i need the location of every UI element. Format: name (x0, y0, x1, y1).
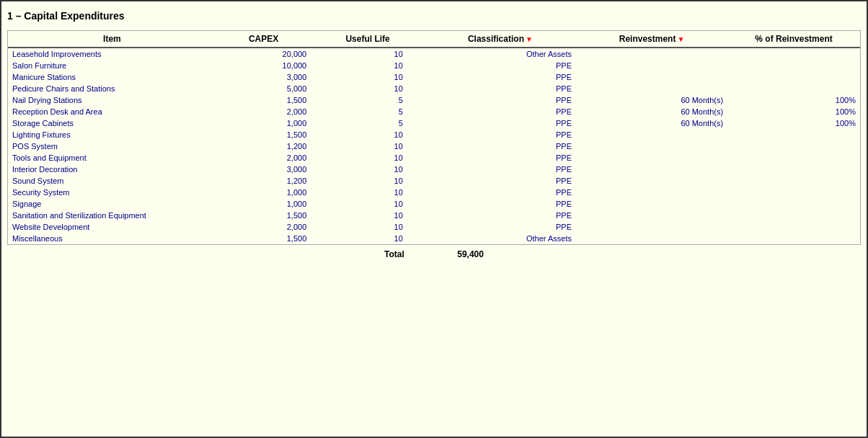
cell-reinvest (576, 140, 727, 152)
cell-class: PPE (425, 210, 576, 221)
cell-item: Signage (8, 198, 216, 210)
cell-item: Pedicure Chairs and Stations (8, 83, 216, 94)
cell-pct: 100% (727, 117, 860, 129)
cell-item: Miscellaneous (8, 233, 216, 244)
cell-class: PPE (425, 71, 576, 83)
table-row: Lighting Fixtures1,50010PPE (8, 129, 860, 140)
table-row: Signage1,00010PPE (8, 198, 860, 210)
cell-useful: 10 (311, 129, 425, 140)
table-row: Nail Drying Stations1,5005PPE60 Month(s)… (8, 94, 860, 106)
cell-class: PPE (425, 175, 576, 187)
cell-item: Website Development (8, 221, 216, 233)
cell-reinvest (576, 152, 727, 164)
table-row: Sanitation and Sterilization Equipment1,… (8, 210, 860, 221)
cell-useful: 10 (311, 233, 425, 244)
cell-pct (727, 129, 860, 140)
cell-reinvest (576, 233, 727, 244)
cell-pct: 100% (727, 94, 860, 106)
cell-capex: 1,000 (216, 187, 311, 198)
cell-item: Tools and Equipment (8, 152, 216, 164)
cell-useful: 5 (311, 94, 425, 106)
cell-useful: 10 (311, 48, 425, 60)
cell-useful: 10 (311, 164, 425, 175)
cell-reinvest (576, 198, 727, 210)
cell-capex: 1,500 (216, 129, 311, 140)
cell-pct (727, 187, 860, 198)
capex-table: Item CAPEX Useful Life Classification▼ R… (8, 31, 860, 244)
cell-class: PPE (425, 83, 576, 94)
cell-pct (727, 152, 860, 164)
cell-reinvest (576, 83, 727, 94)
cell-class: PPE (425, 140, 576, 152)
cell-pct (727, 233, 860, 244)
cell-capex: 1,500 (216, 210, 311, 221)
cell-item: Lighting Fixtures (8, 129, 216, 140)
cell-pct: 100% (727, 106, 860, 117)
cell-class: Other Assets (425, 48, 576, 60)
table-row: Security System1,00010PPE (8, 187, 860, 198)
cell-capex: 1,200 (216, 175, 311, 187)
table-row: Leasehold Improvements20,00010Other Asse… (8, 48, 860, 60)
footer-value: 59,400 (457, 249, 484, 259)
cell-class: PPE (425, 187, 576, 198)
cell-reinvest: 60 Month(s) (576, 94, 727, 106)
cell-item: Salon Furniture (8, 60, 216, 71)
cell-pct (727, 140, 860, 152)
cell-useful: 10 (311, 198, 425, 210)
classification-sort-icon[interactable]: ▼ (526, 35, 533, 43)
header-pct-reinvestment: % of Reinvestment (727, 31, 860, 48)
cell-useful: 10 (311, 175, 425, 187)
cell-item: Sound System (8, 175, 216, 187)
footer-total: Total 59,400 (7, 245, 861, 264)
cell-reinvest: 60 Month(s) (576, 117, 727, 129)
cell-class: PPE (425, 164, 576, 175)
cell-class: PPE (425, 106, 576, 117)
cell-capex: 2,000 (216, 106, 311, 117)
table-body: Leasehold Improvements20,00010Other Asse… (8, 48, 860, 244)
table-header-row: Item CAPEX Useful Life Classification▼ R… (8, 31, 860, 48)
cell-useful: 5 (311, 117, 425, 129)
cell-class: PPE (425, 221, 576, 233)
cell-reinvest (576, 187, 727, 198)
cell-useful: 10 (311, 210, 425, 221)
cell-capex: 1,500 (216, 94, 311, 106)
table-row: Reception Desk and Area2,0005PPE60 Month… (8, 106, 860, 117)
cell-capex: 3,000 (216, 71, 311, 83)
table-row: Website Development2,00010PPE (8, 221, 860, 233)
cell-class: PPE (425, 198, 576, 210)
cell-item: Interior Decoration (8, 164, 216, 175)
cell-class: PPE (425, 129, 576, 140)
cell-item: Sanitation and Sterilization Equipment (8, 210, 216, 221)
cell-pct (727, 210, 860, 221)
cell-item: Security System (8, 187, 216, 198)
table-row: Interior Decoration3,00010PPE (8, 164, 860, 175)
cell-reinvest (576, 210, 727, 221)
table-row: Pedicure Chairs and Stations5,00010PPE (8, 83, 860, 94)
cell-reinvest (576, 164, 727, 175)
cell-class: PPE (425, 60, 576, 71)
table-row: Tools and Equipment2,00010PPE (8, 152, 860, 164)
cell-item: Nail Drying Stations (8, 94, 216, 106)
cell-capex: 10,000 (216, 60, 311, 71)
cell-item: POS System (8, 140, 216, 152)
cell-class: PPE (425, 117, 576, 129)
reinvestment-sort-icon[interactable]: ▼ (677, 35, 684, 43)
header-useful-life: Useful Life (311, 31, 425, 48)
cell-reinvest (576, 175, 727, 187)
cell-useful: 10 (311, 83, 425, 94)
cell-pct (727, 60, 860, 71)
cell-class: PPE (425, 94, 576, 106)
table-row: Sound System1,20010PPE (8, 175, 860, 187)
cell-useful: 10 (311, 60, 425, 71)
cell-class: Other Assets (425, 233, 576, 244)
cell-class: PPE (425, 152, 576, 164)
cell-pct (727, 83, 860, 94)
table-row: Storage Cabinets1,0005PPE60 Month(s)100% (8, 117, 860, 129)
cell-pct (727, 48, 860, 60)
cell-useful: 10 (311, 221, 425, 233)
cell-reinvest (576, 221, 727, 233)
cell-reinvest: 60 Month(s) (576, 106, 727, 117)
cell-item: Manicure Stations (8, 71, 216, 83)
cell-item: Storage Cabinets (8, 117, 216, 129)
cell-pct (727, 71, 860, 83)
